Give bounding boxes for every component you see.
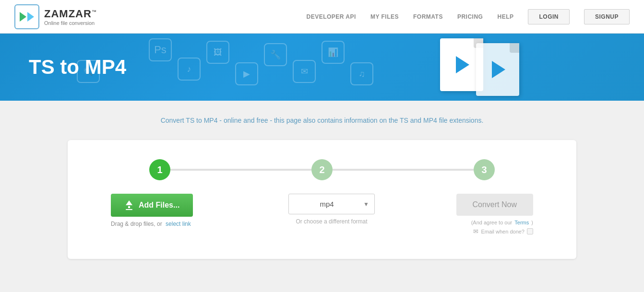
step-2-number: 2 (319, 164, 324, 175)
deco-play-icon: ▶ (235, 62, 258, 85)
upload-arrow-icon (126, 200, 132, 205)
arrow-green-icon (20, 12, 26, 22)
terms-link[interactable]: Terms (514, 220, 529, 225)
nav-formats[interactable]: FORMATS (413, 13, 443, 20)
agree-text-prefix: (And agree to our (471, 220, 513, 225)
step-1-col: Add Files... Drag & drop files, or selec… (92, 194, 255, 227)
nav-my-files[interactable]: MY FILES (370, 13, 399, 20)
logo-text: ZAMZAR™ Online file conversion (44, 8, 97, 26)
deco-mail-icon: ✉ (293, 60, 316, 83)
login-button[interactable]: LOGIN (528, 9, 570, 24)
main-nav: DEVELOPER API MY FILES FORMATS PRICING H… (306, 9, 630, 24)
banner-title: TS to MP4 (29, 56, 126, 79)
agree-text-close: ) (531, 220, 533, 225)
step-1-circle: 1 (149, 159, 170, 180)
logo-icon (14, 4, 39, 29)
header: ZAMZAR™ Online file conversion DEVELOPER… (0, 0, 644, 34)
brand-text: ZAMZAR (44, 8, 92, 20)
deco-chart-icon: 📊 (322, 41, 345, 64)
upload-icon (124, 200, 134, 210)
step-line-2 (333, 169, 474, 171)
trademark: ™ (92, 9, 97, 14)
step-3-col: Convert Now (And agree to our Terms ) ✉ … (408, 194, 552, 235)
agree-text: (And agree to our Terms ) (471, 220, 533, 225)
page-subtitle: Convert TS to MP4 - online and free - th… (68, 115, 576, 126)
upload-stem-icon (128, 206, 130, 208)
arrow-blue-icon (27, 12, 34, 22)
brand-name: ZAMZAR™ (44, 8, 97, 20)
nav-developer-api[interactable]: DEVELOPER API (306, 13, 356, 20)
deco-music-icon: ♪ (178, 58, 201, 81)
banner-file-icons (440, 38, 519, 96)
deco-note-icon: ♫ (350, 62, 373, 85)
step-line-1 (170, 169, 311, 171)
select-link[interactable]: select link (166, 221, 191, 227)
logo-link[interactable]: ZAMZAR™ Online file conversion (14, 4, 97, 29)
signup-button[interactable]: SIGNUP (584, 9, 630, 24)
logo-arrows (20, 12, 34, 22)
file-icon-2 (476, 43, 519, 96)
deco-wrench-icon: 🔧 (264, 43, 287, 66)
upload-base-icon (126, 209, 132, 210)
nav-pricing[interactable]: PRICING (457, 13, 483, 20)
conversion-card: 1 2 3 Add Files.. (68, 140, 576, 259)
step-3-number: 3 (481, 164, 487, 175)
controls-row: Add Files... Drag & drop files, or selec… (92, 194, 552, 235)
logo-subtitle: Online file conversion (44, 20, 97, 26)
steps-track: 1 2 3 (92, 159, 552, 180)
main-content: Convert TS to MP4 - online and free - th… (58, 101, 586, 273)
drag-drop-text: Drag & drop files, or select link (111, 221, 191, 227)
email-icon: ✉ (473, 228, 478, 235)
step-1-number: 1 (157, 164, 162, 175)
step-2-col: mp4 avi mov mkv wmv flv ▼ Or choose a di… (255, 194, 408, 225)
drag-text-static: Drag & drop files, or (111, 221, 162, 227)
add-files-label: Add Files... (139, 201, 179, 210)
play-icon (456, 56, 469, 73)
format-select[interactable]: mp4 avi mov mkv wmv flv (288, 194, 375, 214)
play-icon-2 (492, 61, 505, 78)
email-label: Email when done? (481, 229, 525, 234)
email-checkbox[interactable] (527, 228, 533, 234)
banner: Ps ♪ 🖼 ▶ 🔧 ✉ 📊 ♫ 🔍 TS to MP4 (0, 34, 644, 101)
deco-ps-icon: Ps (149, 38, 172, 61)
add-files-button[interactable]: Add Files... (111, 194, 193, 217)
email-row: ✉ Email when done? (473, 228, 533, 235)
choose-format-text: Or choose a different format (296, 218, 367, 225)
step-3-circle: 3 (474, 159, 495, 180)
deco-image-icon: 🖼 (206, 41, 229, 64)
step-2-circle: 2 (311, 159, 333, 180)
convert-now-button[interactable]: Convert Now (456, 194, 533, 216)
format-select-wrapper: mp4 avi mov mkv wmv flv ▼ (288, 194, 375, 214)
nav-help[interactable]: HELP (497, 13, 513, 20)
